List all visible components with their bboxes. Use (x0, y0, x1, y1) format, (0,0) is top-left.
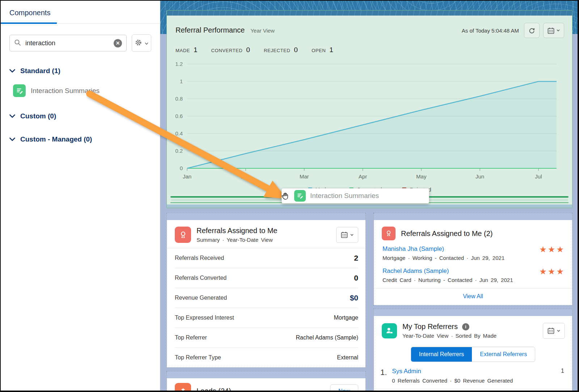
svg-text:1.2: 1.2 (175, 61, 183, 67)
svg-text:0: 0 (180, 165, 183, 171)
row-label: Referrals Converted (175, 275, 227, 281)
referral-rating-stars: ★★★ (539, 245, 565, 254)
section-standard[interactable]: Standard (1) (9, 67, 151, 75)
component-band (167, 371, 365, 378)
svg-text:Feb: Feb (241, 173, 250, 180)
referral-award-icon (175, 227, 191, 243)
chart-date-range-button[interactable] (543, 23, 564, 38)
summary-row: Top Referrer TypeExternal (175, 348, 358, 367)
stat-label: CONVERTED (211, 48, 243, 53)
calendar-icon (341, 231, 348, 238)
component-band (167, 213, 365, 220)
referrals-made-count: 1 (561, 368, 564, 374)
view-more-link[interactable]: View more (374, 389, 572, 391)
top-referrers-title: My Top Referrers (402, 323, 458, 331)
referral-link[interactable]: Rachel Adams (Sample) (383, 267, 513, 275)
component-item-label: Interaction Summaries (31, 87, 100, 95)
refresh-button[interactable] (524, 23, 540, 38)
stat-value: 1 (194, 46, 198, 54)
row-label: Top Expressed Interest (175, 315, 234, 321)
stat-value: 0 (294, 46, 298, 54)
top-referrers-icon (382, 323, 397, 338)
settings-dropdown-button[interactable] (132, 34, 151, 52)
referral-award-icon (382, 227, 396, 240)
referral-detail: Credit Card · Nurturing - Contacted · Ju… (383, 277, 513, 283)
row-value: $0 (350, 294, 358, 302)
row-label: Top Referrer (175, 334, 207, 341)
referral-performance-chart: 00.20.40.60.811.2JanFebMarAprMayJunJul (172, 57, 569, 184)
external-referrers-tab[interactable]: External Referrers (472, 347, 535, 362)
referral-entry: Rachel Adams (Sample) Credit Card · Nurt… (374, 266, 572, 288)
as-of-timestamp: As of Today 5:04:48 AM (462, 28, 519, 34)
component-band (374, 309, 572, 316)
stat-label: REJECTED (264, 48, 290, 53)
summary-row: Top ReferrerRachel Adams (Sample) (175, 328, 358, 348)
search-input[interactable] (25, 39, 110, 47)
chevron-down-icon (9, 138, 15, 141)
interaction-summaries-icon (13, 84, 26, 97)
stat-value: 1 (329, 46, 333, 54)
svg-text:0.8: 0.8 (175, 96, 183, 102)
referrals-summary-component: Referrals Assigned to Me Summary · Year-… (166, 213, 366, 368)
view-all-link[interactable]: View All (374, 288, 572, 305)
summary-date-range-button[interactable] (336, 227, 358, 243)
drag-ghost-label: Interaction Summaries (310, 192, 379, 200)
svg-text:0.4: 0.4 (175, 130, 183, 136)
chart-view-label: Year View (250, 28, 275, 34)
top-referrers-component: My Top Referrers i Year-To-Date View · S… (373, 309, 572, 391)
svg-text:May: May (416, 173, 427, 180)
stat-label: MADE (176, 48, 190, 53)
referral-entry: Manisha Jha (Sample) Mortgage · Working … (374, 244, 572, 266)
referral-link[interactable]: Manisha Jha (Sample) (383, 245, 504, 253)
section-standard-label: Standard (1) (20, 67, 60, 75)
calendar-icon (548, 27, 554, 34)
section-custom-label: Custom (0) (20, 112, 56, 120)
summary-row: Referrals Converted0 (175, 268, 358, 288)
component-search-box[interactable]: ✕ (9, 35, 127, 51)
row-value: External (337, 354, 358, 361)
tab-components[interactable]: Components (9, 9, 50, 17)
chevron-down-icon (557, 29, 560, 31)
row-value: 2 (354, 254, 358, 262)
section-custom[interactable]: Custom (0) (9, 112, 151, 120)
summary-card-subtitle: Summary · Year-To-Date View (196, 237, 277, 243)
stat-label: OPEN (312, 48, 326, 53)
summary-row: Revenue Generated$0 (175, 288, 358, 308)
chevron-down-icon (9, 69, 15, 73)
internal-referrers-tab[interactable]: Internal Referrers (411, 347, 472, 362)
section-custom-managed[interactable]: Custom - Managed (0) (9, 135, 151, 143)
stat-value: 0 (246, 46, 250, 54)
svg-text:Jul: Jul (535, 173, 542, 180)
top-referrer-entry: 1. Sys Admin 0 Referrals Converted · $0 … (374, 368, 572, 389)
referral-stats-row: MADE1 CONVERTED0 REJECTED0 OPEN1 (167, 38, 572, 54)
gear-icon (135, 39, 142, 48)
interaction-summaries-icon (294, 190, 306, 202)
referrer-link[interactable]: Sys Admin (392, 368, 513, 375)
drag-ghost-interaction-summaries[interactable]: Interaction Summaries (282, 188, 429, 203)
new-lead-button[interactable]: New (330, 384, 358, 391)
components-sidebar: Components ✕ Sta (1, 1, 160, 391)
grab-hand-cursor-icon (280, 190, 291, 203)
chevron-down-icon (145, 40, 148, 46)
component-item-interaction-summaries[interactable]: Interaction Summaries (13, 84, 151, 97)
svg-text:Jun: Jun (476, 173, 484, 180)
leads-title: Leads (24) (196, 387, 231, 391)
calendar-icon (548, 327, 554, 334)
top-referrers-subtitle: Year-To-Date View · Sorted By Made (402, 333, 496, 339)
top-referrers-date-range-button[interactable] (543, 323, 565, 339)
chevron-down-icon (557, 330, 560, 332)
svg-text:Mar: Mar (300, 173, 309, 180)
referral-performance-card: Referral Performance Year View As of Tod… (166, 10, 572, 208)
referral-detail: Mortgage · Working - Contacted · Jun 29,… (383, 255, 504, 261)
leads-component: Leads (24) New (166, 371, 366, 391)
leads-icon (175, 383, 191, 391)
clear-search-icon[interactable]: ✕ (114, 39, 122, 47)
referrals-list-title: Referrals Assigned to Me (2) (401, 229, 493, 238)
summary-row: Referrals Received2 (175, 248, 358, 268)
chevron-down-icon (9, 114, 15, 118)
refresh-icon (528, 27, 535, 34)
chart-title: Referral Performance (176, 26, 245, 34)
summary-card-title: Referrals Assigned to Me (196, 227, 277, 235)
component-band (374, 213, 572, 220)
info-icon[interactable]: i (462, 323, 469, 330)
